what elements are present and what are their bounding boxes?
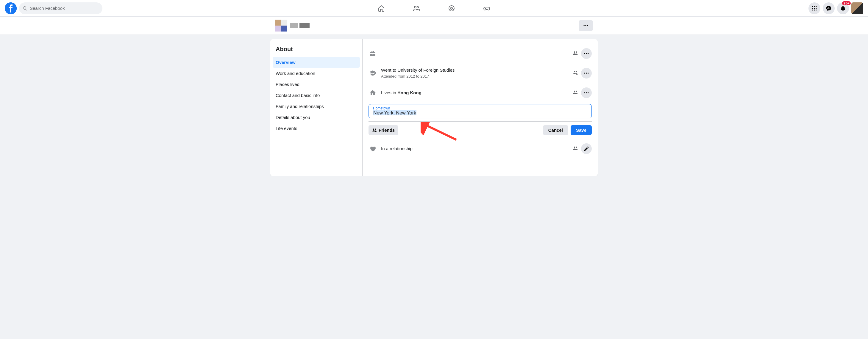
svg-point-5 xyxy=(452,7,453,8)
relationship-edit-button[interactable] xyxy=(581,143,592,154)
sidebar-item-details[interactable]: Details about you xyxy=(273,112,360,123)
education-row: Went to University of Foreign Studies At… xyxy=(369,63,592,83)
nav-groups[interactable] xyxy=(435,1,468,15)
about-heading: About xyxy=(273,44,360,57)
svg-point-13 xyxy=(814,9,815,10)
svg-point-1 xyxy=(414,6,416,8)
svg-point-17 xyxy=(587,25,588,26)
profile-more-button[interactable] xyxy=(579,20,593,31)
svg-point-11 xyxy=(816,8,816,9)
education-more-button[interactable] xyxy=(581,68,592,78)
search-input[interactable] xyxy=(30,6,99,11)
svg-point-18 xyxy=(584,53,585,54)
graduation-cap-icon xyxy=(369,70,377,77)
top-nav-center xyxy=(365,0,503,16)
svg-point-7 xyxy=(814,6,815,7)
current-city-row: Lives in Hong Kong xyxy=(369,83,592,102)
svg-point-23 xyxy=(588,73,588,73)
ellipsis-icon xyxy=(583,90,589,96)
svg-point-9 xyxy=(812,8,813,9)
menu-button[interactable] xyxy=(808,2,820,14)
svg-point-3 xyxy=(449,6,454,11)
svg-point-2 xyxy=(417,6,418,8)
profile-subnav xyxy=(0,16,868,34)
account-avatar[interactable] xyxy=(851,2,863,14)
ellipsis-icon xyxy=(583,23,589,29)
svg-point-10 xyxy=(814,8,815,9)
profile-name-obscured xyxy=(290,23,310,28)
svg-point-21 xyxy=(584,73,585,73)
profile-chip[interactable] xyxy=(275,20,310,32)
home-icon xyxy=(378,5,385,12)
hometown-actions: Friends Cancel Save xyxy=(369,125,592,135)
svg-point-12 xyxy=(812,9,813,10)
relationship-row: In a relationship xyxy=(369,139,592,158)
about-card: About Overview Work and education Places… xyxy=(270,39,598,176)
svg-point-6 xyxy=(812,6,813,7)
messenger-button[interactable] xyxy=(823,2,835,14)
search-box[interactable] xyxy=(19,2,102,14)
notifications-badge: 20+ xyxy=(842,1,851,5)
gaming-icon xyxy=(483,5,490,12)
heart-icon xyxy=(369,145,377,152)
top-nav-right: 20+ xyxy=(808,2,863,14)
audience-selector-button[interactable]: Friends xyxy=(369,125,398,135)
hometown-input[interactable]: New York, New York xyxy=(373,110,416,115)
education-prefix: Went to xyxy=(381,68,398,73)
current-city-name: Hong Kong xyxy=(397,90,422,95)
messenger-icon xyxy=(826,5,832,11)
facebook-logo[interactable] xyxy=(5,2,17,14)
svg-point-15 xyxy=(584,25,585,26)
audience-friends-icon[interactable] xyxy=(573,145,578,152)
sidebar-item-work-education[interactable]: Work and education xyxy=(273,68,360,79)
current-city-more-button[interactable] xyxy=(581,88,592,98)
ellipsis-icon xyxy=(583,70,589,76)
current-city-text: Lives in Hong Kong xyxy=(381,90,568,96)
work-more-button[interactable] xyxy=(581,48,592,59)
friends-icon xyxy=(413,5,420,12)
divider xyxy=(369,121,592,122)
audience-friends-icon[interactable] xyxy=(573,70,578,76)
svg-point-26 xyxy=(588,92,588,93)
audience-label: Friends xyxy=(379,128,395,133)
sidebar-item-contact-basic[interactable]: Contact and basic info xyxy=(273,90,360,101)
education-text: Went to University of Foreign Studies At… xyxy=(381,67,568,79)
sidebar-item-places-lived[interactable]: Places lived xyxy=(273,79,360,90)
svg-point-4 xyxy=(450,7,451,8)
svg-point-22 xyxy=(586,73,587,73)
cancel-button[interactable]: Cancel xyxy=(543,125,568,135)
audience-friends-icon[interactable] xyxy=(573,50,578,57)
notifications-button[interactable]: 20+ xyxy=(837,2,849,14)
save-button[interactable]: Save xyxy=(570,125,592,135)
hometown-label: Hometown xyxy=(373,106,587,110)
menu-grid-icon xyxy=(811,5,817,11)
top-nav: 20+ xyxy=(0,0,868,16)
friends-audience-icon xyxy=(372,128,377,132)
svg-point-24 xyxy=(584,92,585,93)
relationship-text: In a relationship xyxy=(381,146,568,151)
nav-home[interactable] xyxy=(365,1,398,15)
hometown-field[interactable]: Hometown New York, New York xyxy=(369,104,592,118)
briefcase-icon xyxy=(369,50,377,57)
nav-gaming[interactable] xyxy=(470,1,503,15)
nav-friends[interactable] xyxy=(400,1,433,15)
svg-point-20 xyxy=(588,53,588,54)
svg-point-16 xyxy=(585,25,586,26)
education-sub: Attended from 2012 to 2017 xyxy=(381,74,568,79)
ellipsis-icon xyxy=(583,50,589,57)
about-main: Went to University of Foreign Studies At… xyxy=(363,39,598,176)
sidebar-item-family[interactable]: Family and relationships xyxy=(273,101,360,112)
audience-friends-icon[interactable] xyxy=(573,90,578,96)
groups-icon xyxy=(448,5,455,12)
education-school: University of Foreign Studies xyxy=(398,68,455,73)
bell-icon xyxy=(840,5,846,11)
house-icon xyxy=(369,89,377,96)
svg-point-25 xyxy=(586,92,587,93)
svg-point-8 xyxy=(816,6,816,7)
svg-point-14 xyxy=(816,9,816,10)
current-city-prefix: Lives in xyxy=(381,90,397,95)
search-icon xyxy=(23,6,27,11)
work-row xyxy=(369,44,592,63)
sidebar-item-life-events[interactable]: Life events xyxy=(273,123,360,134)
sidebar-item-overview[interactable]: Overview xyxy=(273,57,360,68)
